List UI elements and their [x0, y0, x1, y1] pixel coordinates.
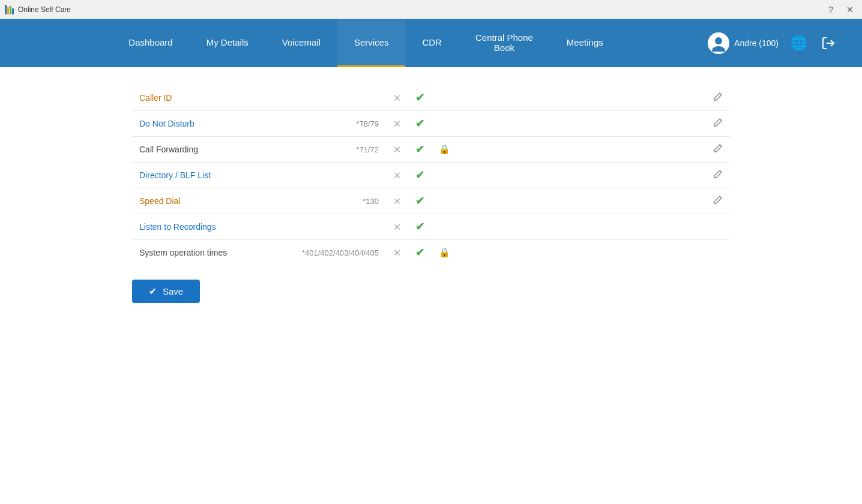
service-name-listen-recordings: Listen to Recordings — [132, 214, 290, 240]
service-row-call-forwarding: Call Forwarding *71/72 ✕ ✔ 🔒 — [132, 137, 730, 163]
service-x-do-not-disturb: ✕ — [386, 111, 408, 137]
service-name-speed-dial: Speed Dial — [132, 188, 290, 214]
logout-icon — [821, 36, 836, 50]
nav-right: Andre (100) 🌐 — [708, 32, 838, 54]
titlebar-right: ? ✕ — [825, 4, 857, 16]
lock-icon: 🔒 — [439, 247, 450, 257]
service-x-caller-id: ✕ — [386, 85, 408, 111]
service-lock-call-forwarding: 🔒 — [432, 137, 457, 163]
nav-item-cdr[interactable]: CDR — [405, 19, 459, 67]
user-avatar — [708, 32, 729, 54]
x-icon: ✕ — [393, 222, 401, 232]
check-icon: ✔ — [415, 92, 424, 104]
check-icon: ✔ — [415, 247, 424, 259]
titlebar-left: Online Self Care — [5, 5, 71, 14]
service-code-directory-blf — [290, 163, 386, 188]
svg-rect-1 — [7, 7, 9, 14]
svg-point-5 — [712, 46, 725, 52]
edit-icon[interactable] — [713, 145, 723, 155]
service-lock-speed-dial — [432, 188, 457, 214]
service-lock-directory-blf — [432, 163, 457, 188]
svg-rect-3 — [12, 8, 14, 14]
x-icon: ✕ — [393, 93, 401, 103]
service-name-system-operation: System operation times — [132, 240, 290, 266]
service-x-call-forwarding: ✕ — [386, 137, 408, 163]
nav-items: Dashboard My Details Voicemail Services … — [24, 19, 708, 67]
service-code-do-not-disturb: *78/79 — [290, 111, 386, 137]
service-check-caller-id: ✔ — [408, 85, 432, 111]
service-name-caller-id: Caller ID — [132, 85, 290, 111]
nav-item-dashboard[interactable]: Dashboard — [112, 19, 189, 67]
save-label: Save — [163, 286, 183, 296]
service-edit-caller-id[interactable] — [706, 85, 730, 111]
edit-icon[interactable] — [713, 196, 723, 206]
globe-icon: 🌐 — [791, 35, 807, 51]
titlebar: Online Self Care ? ✕ — [0, 0, 862, 19]
service-edit-do-not-disturb[interactable] — [706, 111, 730, 137]
service-x-system-operation: ✕ — [386, 240, 408, 266]
nav-item-central-phone-book[interactable]: Central PhoneBook — [459, 19, 550, 67]
check-icon: ✔ — [415, 169, 424, 181]
edit-icon[interactable] — [713, 170, 723, 181]
service-lock-do-not-disturb — [432, 111, 457, 137]
check-icon: ✔ — [415, 118, 424, 130]
service-check-do-not-disturb: ✔ — [408, 111, 432, 137]
x-icon: ✕ — [393, 145, 401, 155]
check-icon: ✔ — [415, 143, 424, 155]
service-code-system-operation: *401/402/403/404/405 — [290, 240, 386, 266]
nav-item-voicemail[interactable]: Voicemail — [265, 19, 337, 67]
service-name-do-not-disturb: Do Not Disturb — [132, 111, 290, 137]
service-x-listen-recordings: ✕ — [386, 214, 408, 240]
service-row-directory-blf: Directory / BLF List ✕ ✔ — [132, 163, 730, 188]
service-code-call-forwarding: *71/72 — [290, 137, 386, 163]
service-name-directory-blf: Directory / BLF List — [132, 163, 290, 188]
service-code-listen-recordings — [290, 214, 386, 240]
service-row-caller-id: Caller ID ✕ ✔ — [132, 85, 730, 111]
service-lock-system-operation: 🔒 — [432, 240, 457, 266]
service-x-directory-blf: ✕ — [386, 163, 408, 188]
service-check-speed-dial: ✔ — [408, 188, 432, 214]
service-check-listen-recordings: ✔ — [408, 214, 432, 240]
save-button[interactable]: ✔ Save — [132, 280, 200, 303]
service-row-speed-dial: Speed Dial *130 ✕ ✔ — [132, 188, 730, 214]
service-edit-listen-recordings — [706, 214, 730, 240]
service-edit-system-operation — [706, 240, 730, 266]
logout-button[interactable] — [819, 34, 838, 53]
service-edit-directory-blf[interactable] — [706, 163, 730, 188]
navbar: Dashboard My Details Voicemail Services … — [0, 19, 862, 67]
service-row-system-operation: System operation times *401/402/403/404/… — [132, 240, 730, 266]
edit-icon[interactable] — [713, 119, 723, 129]
nav-item-meetings[interactable]: Meetings — [550, 19, 620, 67]
service-edit-speed-dial[interactable] — [706, 188, 730, 214]
service-check-system-operation: ✔ — [408, 240, 432, 266]
edit-icon[interactable] — [713, 93, 723, 103]
svg-point-4 — [715, 37, 722, 44]
user-name: Andre (100) — [734, 38, 779, 48]
x-icon: ✕ — [393, 196, 401, 206]
language-button[interactable]: 🌐 — [788, 33, 809, 53]
service-check-directory-blf: ✔ — [408, 163, 432, 188]
close-button[interactable]: ✕ — [843, 4, 857, 16]
help-button[interactable]: ? — [825, 4, 837, 16]
app-logo-icon — [5, 5, 14, 14]
svg-rect-2 — [10, 6, 11, 14]
main-content: Caller ID ✕ ✔ Do Not Disturb *78/79 ✕ ✔ — [0, 67, 862, 321]
user-menu-button[interactable]: Andre (100) — [708, 32, 779, 54]
service-lock-listen-recordings — [432, 214, 457, 240]
service-row-do-not-disturb: Do Not Disturb *78/79 ✕ ✔ — [132, 111, 730, 137]
app-title: Online Self Care — [18, 5, 71, 14]
x-icon: ✕ — [393, 170, 401, 181]
service-x-speed-dial: ✕ — [386, 188, 408, 214]
service-code-speed-dial: *130 — [290, 188, 386, 214]
nav-item-my-details[interactable]: My Details — [190, 19, 265, 67]
x-icon: ✕ — [393, 119, 401, 129]
service-edit-call-forwarding[interactable] — [706, 137, 730, 163]
service-code-caller-id — [290, 85, 386, 111]
x-icon: ✕ — [393, 248, 401, 258]
nav-item-services[interactable]: Services — [337, 19, 406, 67]
check-icon: ✔ — [415, 221, 424, 233]
svg-rect-0 — [5, 5, 7, 14]
service-name-call-forwarding: Call Forwarding — [132, 137, 290, 163]
check-icon: ✔ — [415, 195, 424, 207]
service-check-call-forwarding: ✔ — [408, 137, 432, 163]
